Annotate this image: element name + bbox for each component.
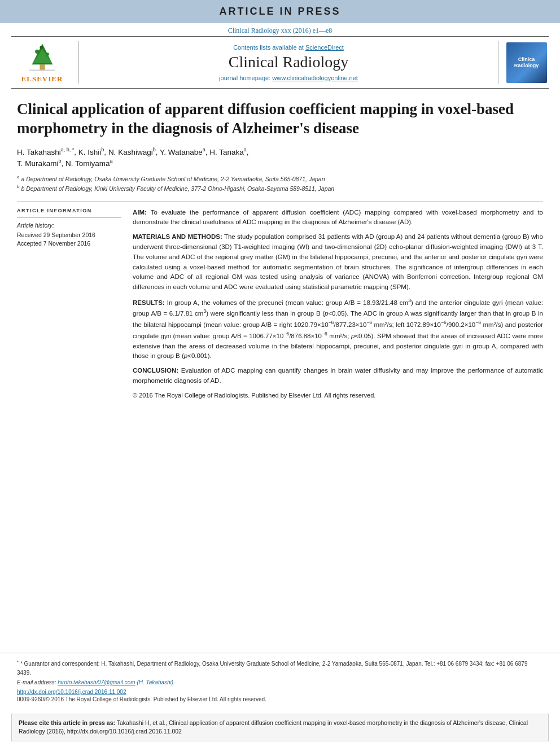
conclusion-text: Evaluation of ADC mapping can quantify c… bbox=[133, 367, 543, 384]
author-watanabe: Y. Watanabe bbox=[160, 147, 203, 156]
email-link[interactable]: hiroto.takahashi07@gmail.com bbox=[58, 679, 135, 685]
affiliation-b: b b Department of Radiology, Kinki Unive… bbox=[17, 184, 543, 193]
svg-rect-6 bbox=[29, 69, 55, 71]
email-label: E-mail address: bbox=[17, 679, 56, 685]
author-tanaka: H. Tanaka bbox=[209, 147, 244, 156]
conclusion-label: CONCLUSION: bbox=[133, 367, 178, 374]
authors-line: H. Takahashia, b, *, K. Ishiib, N. Kashi… bbox=[17, 146, 543, 170]
journal-title-center: Contents lists available at ScienceDirec… bbox=[79, 41, 498, 84]
tanaka-sup: a bbox=[244, 147, 247, 152]
abstract-results: RESULTS: In group A, the volumes of the … bbox=[133, 297, 543, 361]
contents-avail: Contents lists available at ScienceDirec… bbox=[233, 44, 344, 51]
elsevier-logo-box: ELSEVIER bbox=[11, 41, 79, 84]
footer-doi[interactable]: http://dx.doi.org/10.1016/j.crad.2016.11… bbox=[17, 689, 543, 695]
homepage-label: journal homepage: bbox=[219, 75, 270, 81]
radiology-logo-box: Clinica Radiology bbox=[498, 41, 549, 84]
affiliations: a a Department of Radiology, Osaka Unive… bbox=[17, 174, 543, 194]
kashiwagi-sup: b bbox=[153, 147, 156, 152]
footer-issn: 0009-9260/© 2016 The Royal College of Ra… bbox=[17, 696, 543, 702]
citation-label: Please cite this article in press as: bbox=[19, 719, 115, 726]
svg-point-4 bbox=[46, 53, 49, 56]
article-history-label: Article history: bbox=[17, 222, 121, 229]
abstract-aim: AIM: To evaluate the performance of appa… bbox=[133, 208, 543, 228]
aim-text: To evaluate the performance of apparent … bbox=[133, 209, 543, 226]
radiology-logo-icon: Clinica Radiology bbox=[506, 42, 547, 83]
svg-point-3 bbox=[35, 50, 39, 54]
accepted-date: Accepted 7 November 2016 bbox=[17, 239, 121, 248]
section-divider bbox=[17, 202, 543, 202]
svg-point-5 bbox=[40, 46, 43, 49]
left-column: ARTICLE INFORMATION Article history: Rec… bbox=[17, 208, 121, 400]
footer-section: * * Guarantor and correspondent: H. Taka… bbox=[0, 653, 560, 707]
footer-email: E-mail address: hiroto.takahashi07@gmail… bbox=[17, 679, 543, 685]
elsevier-label: ELSEVIER bbox=[21, 75, 63, 84]
watanabe-sup: a bbox=[203, 147, 205, 152]
author-tomiyama: N. Tomiyama bbox=[65, 159, 110, 168]
journal-header: ELSEVIER Contents lists available at Sci… bbox=[11, 36, 549, 89]
journal-link-bar: Clinical Radiology xxx (2016) e1—e8 bbox=[0, 23, 560, 36]
affiliation-a: a a Department of Radiology, Osaka Unive… bbox=[17, 174, 543, 184]
article-in-press-banner: ARTICLE IN PRESS bbox=[0, 0, 560, 23]
article-info-divider bbox=[17, 217, 121, 217]
right-column: AIM: To evaluate the performance of appa… bbox=[133, 208, 543, 400]
page: ARTICLE IN PRESS Clinical Radiology xxx … bbox=[0, 0, 560, 747]
elsevier-tree-icon bbox=[20, 41, 65, 72]
journal-main-title: Clinical Radiology bbox=[229, 53, 348, 71]
article-content: Clinical application of apparent diffusi… bbox=[0, 89, 560, 636]
results-label: RESULTS: bbox=[133, 299, 165, 306]
author-ishii: K. Ishii bbox=[78, 147, 102, 156]
received-date: Received 29 September 2016 bbox=[17, 231, 121, 240]
abstract-text: AIM: To evaluate the performance of appa… bbox=[133, 208, 543, 400]
takahashi-sup: a, b, * bbox=[61, 147, 75, 152]
ishii-sup: b bbox=[101, 147, 104, 152]
citation-box: Please cite this article in press as: Ta… bbox=[11, 714, 549, 742]
journal-homepage: journal homepage: www.clinicalradiologyo… bbox=[219, 75, 358, 81]
email-suffix: (H. Takahashi). bbox=[137, 679, 174, 685]
copyright-line: © 2016 The Royal College of Radiologists… bbox=[133, 391, 543, 400]
two-col-layout: ARTICLE INFORMATION Article history: Rec… bbox=[17, 208, 543, 400]
tomiyama-sup: a bbox=[110, 158, 113, 164]
article-title: Clinical application of apparent diffusi… bbox=[17, 100, 543, 138]
article-info-header: ARTICLE INFORMATION bbox=[17, 208, 121, 213]
sciencedirect-link[interactable]: ScienceDirect bbox=[305, 44, 344, 51]
guarantor-note: * * Guarantor and correspondent: H. Taka… bbox=[17, 659, 543, 676]
aim-label: AIM: bbox=[133, 209, 147, 216]
homepage-url[interactable]: www.clinicalradiologyonline.net bbox=[272, 75, 358, 81]
methods-text: The study population comprised 31 patien… bbox=[133, 233, 543, 290]
results-text: In group A, the volumes of the precunei … bbox=[133, 299, 543, 360]
journal-link-text: Clinical Radiology xxx (2016) e1—e8 bbox=[228, 27, 333, 34]
abstract-methods: MATERIALS AND METHODS: The study populat… bbox=[133, 232, 543, 292]
author-takahashi: H. Takahashi bbox=[17, 147, 61, 156]
banner-text: ARTICLE IN PRESS bbox=[219, 6, 340, 17]
author-murakami: T. Murakami bbox=[17, 159, 59, 168]
methods-label: MATERIALS AND METHODS: bbox=[133, 233, 222, 240]
author-kashiwagi: N. Kashiwagi bbox=[108, 147, 153, 156]
abstract-conclusion: CONCLUSION: Evaluation of ADC mapping ca… bbox=[133, 366, 543, 386]
murakami-sup: b bbox=[59, 158, 62, 164]
contents-label: Contents lists available at bbox=[233, 44, 304, 51]
